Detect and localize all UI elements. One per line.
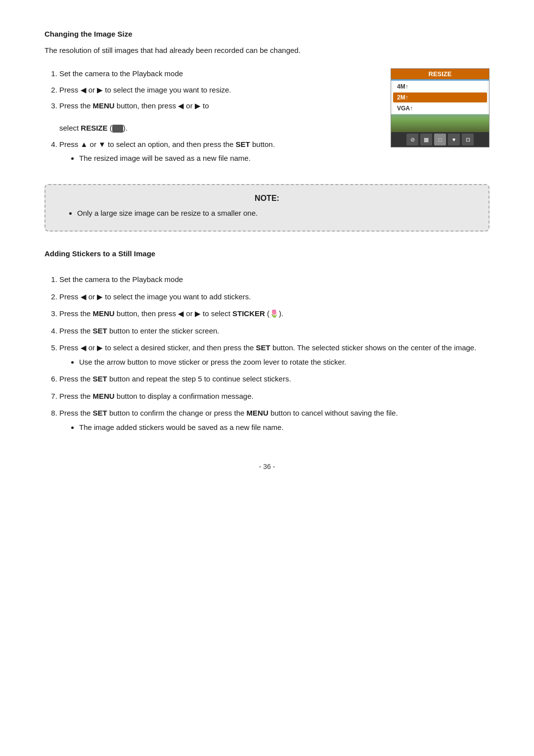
page-number: - 36 - [44,463,490,471]
section1-steps: Set the camera to the Playback mode Pres… [44,68,371,169]
note-box: NOTE: Only a large size image can be res… [44,184,490,232]
resize-option-vga: VGA↑ [393,103,487,113]
sticker-label: STICKER [232,309,265,318]
down-arrow [98,140,106,148]
resize-label: RESIZE [81,124,107,132]
section2: Adding Stickers to a Still Image Set the… [44,249,490,433]
step1-4-bullet: The resized image will be saved as a new… [79,153,371,164]
left-arrow5 [81,343,87,352]
step2-5: Press or to select a desired sticker, an… [59,342,490,368]
resize-menu-title: RESIZE [391,69,489,79]
step2-6: Press the SET button and repeat the step… [59,374,490,385]
section2-title: Adding Stickers to a Still Image [44,249,490,258]
step2-3: Press the MENU button, then press or to … [59,308,490,320]
step2-2: Press or to select the image you want to… [59,291,490,303]
step1-1: Set the camera to the Playback mode [59,68,371,80]
menu-label: MENU [93,101,115,110]
toolbar-icon-1: ⊘ [406,134,418,145]
right-arrow [97,86,103,94]
step1-2: Press or to select the image you want to… [59,85,371,96]
note-title: NOTE: [57,194,477,203]
step2-8: Press the SET button to confirm the chan… [59,408,490,433]
menu-label2: MENU [93,309,115,318]
step2-7: Press the MENU button to display a confi… [59,391,490,402]
toolbar-icon-2: ▦ [420,134,432,145]
resize-screenshot: RESIZE 4M↑ 2M↑ VGA↑ ⊘ ▦ □ ♥ ⊡ [391,68,490,147]
left-arrow4 [178,309,184,318]
right-arrow4 [195,309,201,318]
right-arrow2 [195,101,201,110]
note-bullet: Only a large size image can be resize to… [77,208,477,219]
right-arrow5 [97,343,103,352]
step2-1: Set the camera to the Playback mode [59,274,490,285]
up-arrow [81,140,88,148]
section1-title: Changing the Image Size [44,30,490,38]
toolbar-icon-3: □ [434,134,446,145]
resize-option-4m: 4M↑ [393,82,487,92]
set-label5: SET [93,409,107,417]
left-arrow3 [81,292,87,301]
toolbar-icon-4: ♥ [448,134,460,145]
section1: Changing the Image Size The resolution o… [44,30,490,169]
menu-label3: MENU [93,392,115,400]
set-label3: SET [256,343,270,352]
step1-3: Press the MENU button, then press or to … [59,100,371,134]
set-label4: SET [93,375,107,383]
resize-option-2m: 2M↑ [393,93,487,102]
menu-label4: MENU [247,409,268,417]
left-arrow2 [178,101,184,110]
set-label: SET [236,140,250,148]
set-label2: SET [93,327,107,335]
step1-4: Press or to select an option, and then p… [59,139,371,164]
step2-5-bullet: Use the arrow button to move sticker or … [79,357,490,368]
resize-options: 4M↑ 2M↑ VGA↑ [391,81,489,114]
camera-toolbar: ⊘ ▦ □ ♥ ⊡ [391,132,489,147]
right-arrow3 [97,292,103,301]
left-arrow [81,86,87,94]
section1-intro: The resolution of still images that had … [44,46,490,54]
toolbar-icon-5: ⊡ [462,134,474,145]
step2-4: Press the SET button to enter the sticke… [59,326,490,337]
step2-8-bullet: The image added stickers would be saved … [79,422,490,433]
